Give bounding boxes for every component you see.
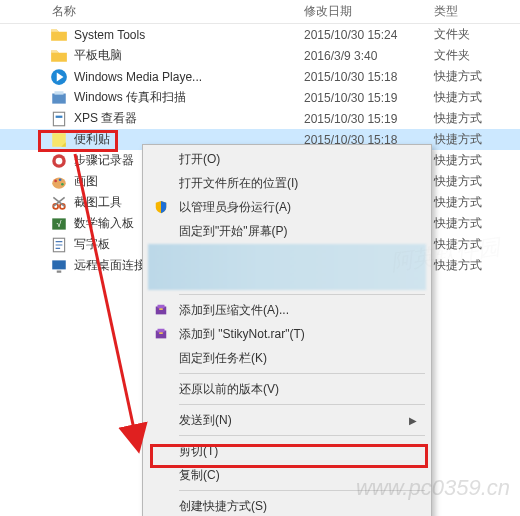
menu-open[interactable]: 打开(O) (145, 147, 429, 171)
xps-icon (50, 111, 68, 127)
file-date: 2015/10/30 15:18 (304, 70, 434, 84)
file-type: 快捷方式 (434, 68, 514, 85)
file-type: 文件夹 (434, 47, 514, 64)
file-date: 2015/10/30 15:24 (304, 28, 434, 42)
svg-point-9 (54, 179, 57, 182)
svg-point-10 (59, 178, 62, 181)
blank-icon (149, 410, 173, 430)
svg-rect-2 (55, 91, 64, 94)
file-row[interactable]: System Tools2015/10/30 15:24文件夹 (0, 24, 520, 45)
svg-text:√: √ (57, 219, 62, 229)
sticky-icon (50, 132, 68, 148)
file-type: 快捷方式 (434, 173, 514, 190)
menu-run-admin[interactable]: 以管理员身份运行(A) (145, 195, 429, 219)
file-name: System Tools (74, 28, 304, 42)
file-date: 2015/10/30 15:19 (304, 91, 434, 105)
menu-send-to[interactable]: 发送到(N) ▶ (145, 408, 429, 432)
column-headers: 名称 修改日期 类型 (0, 0, 520, 24)
fax-icon (50, 90, 68, 106)
svg-point-7 (56, 157, 63, 164)
blank-icon (149, 496, 173, 516)
file-type: 快捷方式 (434, 131, 514, 148)
menu-separator (179, 404, 425, 405)
file-type: 文件夹 (434, 26, 514, 43)
file-row[interactable]: Windows 传真和扫描2015/10/30 15:19快捷方式 (0, 87, 520, 108)
wmp-icon (50, 69, 68, 85)
header-date[interactable]: 修改日期 (304, 3, 434, 20)
shield-icon (149, 197, 173, 217)
svg-rect-3 (53, 112, 64, 126)
file-type: 快捷方式 (434, 215, 514, 232)
menu-separator (179, 490, 425, 491)
file-row[interactable]: XPS 查看器2015/10/30 15:19快捷方式 (0, 108, 520, 129)
paint-icon (50, 174, 68, 190)
menu-pin-taskbar[interactable]: 固定到任务栏(K) (145, 346, 429, 370)
math-icon: √ (50, 216, 68, 232)
menu-separator (179, 294, 425, 295)
file-type: 快捷方式 (434, 236, 514, 253)
file-type: 快捷方式 (434, 194, 514, 211)
svg-rect-18 (57, 270, 62, 272)
blank-icon (149, 149, 173, 169)
file-date: 2015/10/30 15:19 (304, 112, 434, 126)
file-name: Windows 传真和扫描 (74, 89, 304, 106)
file-type: 快捷方式 (434, 152, 514, 169)
menu-separator (179, 373, 425, 374)
header-name[interactable]: 名称 (4, 3, 304, 20)
header-type[interactable]: 类型 (434, 3, 514, 20)
rdp-icon (50, 258, 68, 274)
svg-rect-23 (158, 329, 165, 333)
file-type: 快捷方式 (434, 89, 514, 106)
winrar-icon (149, 300, 173, 320)
context-menu: 打开(O) 打开文件所在的位置(I) 以管理员身份运行(A) 固定到"开始"屏幕… (142, 144, 432, 516)
blank-icon (149, 221, 173, 241)
blank-icon (149, 379, 173, 399)
menu-add-archive[interactable]: 添加到压缩文件(A)... (145, 298, 429, 322)
svg-rect-24 (159, 332, 163, 334)
svg-rect-1 (52, 93, 66, 103)
menu-cut[interactable]: 剪切(T) (145, 439, 429, 463)
censored-overlay (148, 244, 426, 290)
svg-point-11 (61, 182, 64, 185)
blank-icon (149, 441, 173, 461)
menu-copy[interactable]: 复制(C) (145, 463, 429, 487)
file-row[interactable]: Windows Media Playe...2015/10/30 15:18快捷… (0, 66, 520, 87)
svg-rect-4 (56, 115, 63, 117)
menu-open-location[interactable]: 打开文件所在的位置(I) (145, 171, 429, 195)
menu-separator (179, 435, 425, 436)
file-name: XPS 查看器 (74, 110, 304, 127)
wordpad-icon (50, 237, 68, 253)
file-date: 2016/3/9 3:40 (304, 49, 434, 63)
blank-icon (149, 173, 173, 193)
file-name: 平板电脑 (74, 47, 304, 64)
menu-restore[interactable]: 还原以前的版本(V) (145, 377, 429, 401)
svg-rect-21 (159, 308, 163, 310)
snip-icon (50, 195, 68, 211)
blank-icon (149, 348, 173, 368)
psr-icon (50, 153, 68, 169)
svg-rect-17 (52, 260, 66, 269)
winrar-icon (149, 324, 173, 344)
menu-add-sticky-rar[interactable]: 添加到 "StikyNot.rar"(T) (145, 322, 429, 346)
folder-icon (50, 27, 68, 43)
file-type: 快捷方式 (434, 110, 514, 127)
file-row[interactable]: 平板电脑2016/3/9 3:40文件夹 (0, 45, 520, 66)
file-name: Windows Media Playe... (74, 70, 304, 84)
blank-icon (149, 465, 173, 485)
folder-icon (50, 48, 68, 64)
svg-rect-20 (158, 305, 165, 309)
menu-pin-start[interactable]: 固定到"开始"屏幕(P) (145, 219, 429, 243)
file-type: 快捷方式 (434, 257, 514, 274)
submenu-arrow-icon: ▶ (409, 415, 421, 426)
menu-create-shortcut[interactable]: 创建快捷方式(S) (145, 494, 429, 516)
